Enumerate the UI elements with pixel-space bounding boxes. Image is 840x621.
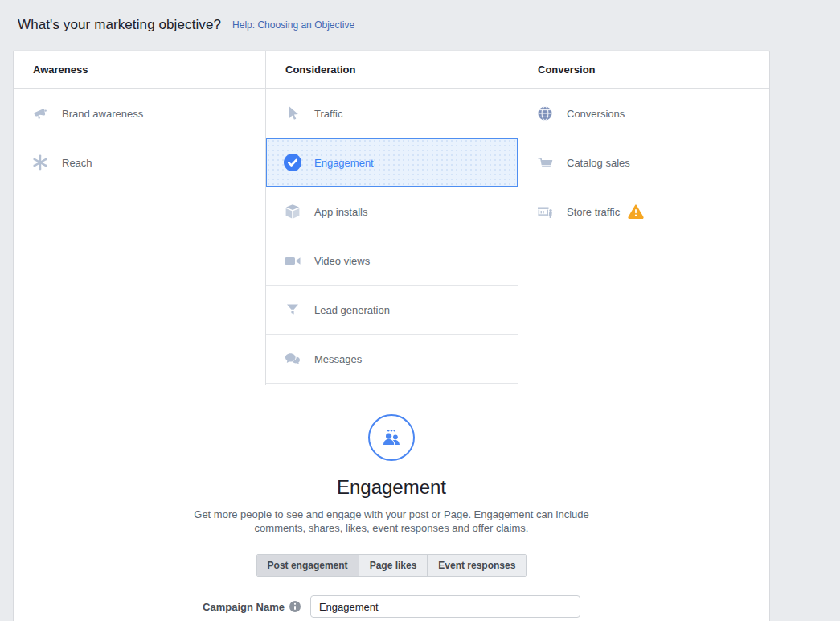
objective-row-brand-awareness[interactable]: Brand awareness bbox=[14, 89, 265, 138]
objective-label: Traffic bbox=[314, 108, 342, 120]
column-consideration: Consideration Traffic Engagement App ins… bbox=[266, 51, 518, 385]
objective-table: Awareness Brand awareness Reach Consider… bbox=[14, 51, 769, 385]
page-title: What's your marketing objective? bbox=[18, 17, 221, 33]
warning-icon bbox=[628, 204, 644, 219]
engagement-people-icon bbox=[368, 414, 415, 461]
column-header-awareness: Awareness bbox=[14, 51, 265, 89]
objective-row-conversions[interactable]: Conversions bbox=[518, 89, 769, 138]
cube-icon bbox=[282, 201, 303, 222]
campaign-name-label: Campaign Name bbox=[203, 601, 285, 613]
campaign-name-row: Campaign Name bbox=[14, 595, 769, 618]
campaign-name-input[interactable] bbox=[310, 595, 580, 618]
funnel-icon bbox=[282, 299, 303, 320]
video-camera-icon bbox=[282, 250, 303, 271]
megaphone-icon bbox=[30, 103, 51, 124]
tab-post-engagement[interactable]: Post engagement bbox=[257, 555, 359, 576]
objective-row-reach[interactable]: Reach bbox=[14, 138, 265, 187]
objective-row-traffic[interactable]: Traffic bbox=[266, 89, 518, 138]
tab-event-responses[interactable]: Event responses bbox=[428, 555, 526, 576]
objective-label: Store traffic bbox=[567, 206, 620, 218]
objective-row-messages[interactable]: Messages bbox=[266, 335, 518, 384]
objective-label: Brand awareness bbox=[62, 108, 143, 120]
objective-row-video-views[interactable]: Video views bbox=[266, 236, 518, 286]
objective-row-store-traffic[interactable]: Store traffic bbox=[518, 187, 769, 236]
cart-icon bbox=[535, 152, 555, 173]
reach-burst-icon bbox=[30, 152, 51, 173]
column-header-conversion: Conversion bbox=[518, 51, 769, 89]
detail-description: Get more people to see and engage with y… bbox=[182, 508, 600, 535]
objective-label: Lead generation bbox=[314, 304, 390, 316]
tab-page-likes[interactable]: Page likes bbox=[359, 555, 428, 576]
check-circle-icon bbox=[282, 152, 303, 173]
objective-label: Catalog sales bbox=[567, 157, 630, 169]
column-awareness: Awareness Brand awareness Reach bbox=[14, 51, 266, 385]
objective-row-catalog-sales[interactable]: Catalog sales bbox=[518, 138, 769, 187]
help-link[interactable]: Help: Choosing an Objective bbox=[232, 19, 354, 31]
engagement-type-tabs: Post engagement Page likes Event respons… bbox=[256, 554, 527, 577]
storefront-icon bbox=[535, 201, 555, 222]
chat-bubbles-icon bbox=[282, 348, 303, 369]
objective-label: Reach bbox=[62, 157, 92, 169]
column-conversion: Conversion Conversions Catalog sales Sto… bbox=[518, 51, 769, 385]
objective-label: Video views bbox=[314, 255, 370, 267]
objective-label: Messages bbox=[314, 353, 362, 365]
globe-icon bbox=[535, 103, 555, 124]
page-header: What's your marketing objective? Help: C… bbox=[0, 0, 840, 50]
content-panel: Awareness Brand awareness Reach Consider… bbox=[13, 50, 770, 621]
objective-row-app-installs[interactable]: App installs bbox=[266, 187, 518, 236]
objective-detail: Engagement Get more people to see and en… bbox=[14, 414, 769, 618]
detail-title: Engagement bbox=[14, 476, 769, 499]
info-icon[interactable] bbox=[289, 601, 301, 612]
objective-row-lead-generation[interactable]: Lead generation bbox=[266, 286, 518, 335]
objective-row-engagement[interactable]: Engagement bbox=[266, 138, 518, 187]
cursor-icon bbox=[282, 103, 303, 124]
objective-label: App installs bbox=[314, 206, 367, 218]
objective-label: Engagement bbox=[314, 157, 374, 169]
column-header-consideration: Consideration bbox=[266, 51, 518, 89]
objective-label: Conversions bbox=[567, 108, 625, 120]
